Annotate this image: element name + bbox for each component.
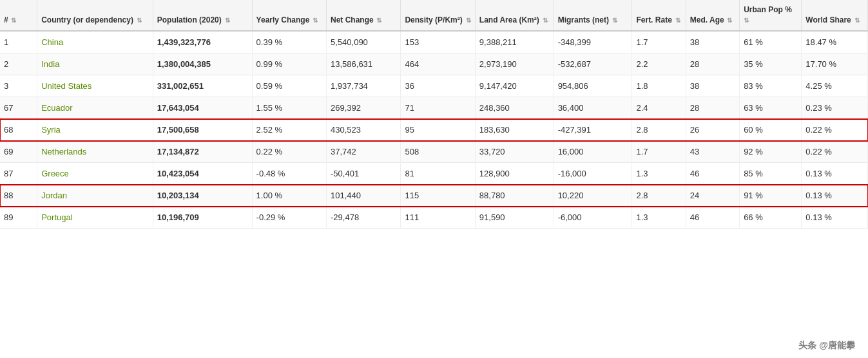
cell-country[interactable]: China bbox=[37, 31, 153, 53]
cell-rank: 2 bbox=[0, 53, 37, 75]
col-header-net_change[interactable]: Net Change ⇅ bbox=[327, 0, 401, 31]
col-label-land_area: Land Area (Km²) bbox=[479, 15, 539, 24]
table-row: 88Jordan10,203,1341.00 %101,44011588,780… bbox=[0, 185, 868, 207]
sort-icon-urban_pop[interactable]: ⇅ bbox=[744, 17, 749, 24]
cell-migrants: -532,687 bbox=[554, 53, 632, 75]
sort-icon-population[interactable]: ⇅ bbox=[223, 17, 230, 24]
cell-fert_rate: 1.3 bbox=[632, 207, 686, 229]
col-header-med_age[interactable]: Med. Age ⇅ bbox=[686, 0, 739, 31]
sort-icon-country[interactable]: ⇅ bbox=[135, 17, 142, 24]
cell-fert_rate: 1.3 bbox=[632, 163, 686, 185]
col-header-migrants[interactable]: Migrants (net) ⇅ bbox=[554, 0, 632, 31]
cell-med_age: 24 bbox=[686, 185, 739, 207]
cell-world_share: 0.22 % bbox=[802, 141, 868, 163]
cell-yearly_change: 0.99 % bbox=[252, 53, 326, 75]
country-link[interactable]: Jordan bbox=[41, 191, 67, 200]
cell-migrants: -348,399 bbox=[554, 31, 632, 53]
cell-world_share: 0.22 % bbox=[802, 119, 868, 141]
cell-population: 1,439,323,776 bbox=[153, 31, 252, 53]
cell-net_change: -29,478 bbox=[327, 207, 401, 229]
cell-yearly_change: -0.29 % bbox=[252, 207, 326, 229]
cell-population: 17,643,054 bbox=[153, 97, 252, 119]
cell-country[interactable]: Ecuador bbox=[37, 97, 153, 119]
cell-land_area: 33,720 bbox=[475, 141, 554, 163]
cell-urban_pop: 66 % bbox=[740, 207, 802, 229]
col-header-rank[interactable]: # ⇅ bbox=[0, 0, 37, 31]
cell-net_change: -50,401 bbox=[327, 163, 401, 185]
cell-yearly_change: 0.22 % bbox=[252, 141, 326, 163]
country-link[interactable]: China bbox=[41, 37, 63, 47]
cell-world_share: 18.47 % bbox=[802, 31, 868, 53]
table-row: 2India1,380,004,3850.99 %13,586,6314642,… bbox=[0, 53, 868, 75]
col-header-land_area[interactable]: Land Area (Km²) ⇅ bbox=[475, 0, 554, 31]
sort-icon-land_area[interactable]: ⇅ bbox=[541, 17, 548, 24]
country-link[interactable]: United States bbox=[41, 81, 92, 91]
cell-net_change: 37,742 bbox=[327, 141, 401, 163]
col-header-country[interactable]: Country (or dependency) ⇅ bbox=[37, 0, 153, 31]
cell-population: 10,423,054 bbox=[153, 163, 252, 185]
col-label-migrants: Migrants (net) bbox=[558, 15, 609, 24]
cell-world_share: 0.23 % bbox=[802, 97, 868, 119]
sort-icon-world_share[interactable]: ⇅ bbox=[853, 17, 860, 24]
col-label-population: Population (2020) bbox=[157, 15, 222, 24]
col-label-urban_pop: Urban Pop % bbox=[744, 5, 792, 14]
table-row: 1China1,439,323,7760.39 %5,540,0901539,3… bbox=[0, 31, 868, 53]
col-label-net_change: Net Change bbox=[331, 15, 374, 24]
cell-land_area: 128,900 bbox=[475, 163, 554, 185]
sort-icon-net_change[interactable]: ⇅ bbox=[375, 17, 382, 24]
cell-net_change: 430,523 bbox=[327, 119, 401, 141]
cell-density: 36 bbox=[401, 75, 475, 97]
country-link[interactable]: Netherlands bbox=[41, 147, 86, 156]
cell-country[interactable]: Portugal bbox=[37, 207, 153, 229]
col-header-fert_rate[interactable]: Fert. Rate ⇅ bbox=[632, 0, 686, 31]
cell-country[interactable]: Jordan bbox=[37, 185, 153, 207]
cell-med_age: 46 bbox=[686, 163, 739, 185]
cell-fert_rate: 1.7 bbox=[632, 31, 686, 53]
cell-population: 10,196,709 bbox=[153, 207, 252, 229]
table-row: 67Ecuador17,643,0541.55 %269,39271248,36… bbox=[0, 97, 868, 119]
cell-med_age: 38 bbox=[686, 75, 739, 97]
sort-icon-fert_rate[interactable]: ⇅ bbox=[673, 17, 680, 24]
col-header-world_share[interactable]: World Share ⇅ bbox=[802, 0, 868, 31]
sort-icon-yearly_change[interactable]: ⇅ bbox=[311, 17, 318, 24]
cell-yearly_change: -0.48 % bbox=[252, 163, 326, 185]
cell-land_area: 9,388,211 bbox=[475, 31, 554, 53]
cell-population: 1,380,004,385 bbox=[153, 53, 252, 75]
country-link[interactable]: India bbox=[41, 59, 59, 69]
cell-land_area: 248,360 bbox=[475, 97, 554, 119]
sort-icon-rank[interactable]: ⇅ bbox=[10, 17, 17, 24]
cell-med_age: 26 bbox=[686, 119, 739, 141]
cell-country[interactable]: Netherlands bbox=[37, 141, 153, 163]
sort-icon-migrants[interactable]: ⇅ bbox=[610, 17, 617, 24]
col-header-urban_pop[interactable]: Urban Pop % ⇅ bbox=[740, 0, 802, 31]
cell-fert_rate: 2.8 bbox=[632, 185, 686, 207]
country-link[interactable]: Syria bbox=[41, 125, 61, 135]
sort-icon-med_age[interactable]: ⇅ bbox=[726, 17, 733, 24]
country-link[interactable]: Greece bbox=[41, 169, 69, 178]
cell-density: 508 bbox=[401, 141, 475, 163]
country-link[interactable]: Ecuador bbox=[41, 103, 72, 113]
col-header-yearly_change[interactable]: Yearly Change ⇅ bbox=[252, 0, 326, 31]
cell-density: 115 bbox=[401, 185, 475, 207]
cell-fert_rate: 1.7 bbox=[632, 141, 686, 163]
col-label-country: Country (or dependency) bbox=[41, 15, 133, 24]
cell-world_share: 4.25 % bbox=[802, 75, 868, 97]
col-header-population[interactable]: Population (2020) ⇅ bbox=[153, 0, 252, 31]
cell-country[interactable]: United States bbox=[37, 75, 153, 97]
table-row: 3United States331,002,6510.59 %1,937,734… bbox=[0, 75, 868, 97]
table-row: 69Netherlands17,134,8720.22 %37,74250833… bbox=[0, 141, 868, 163]
col-header-density[interactable]: Density (P/Km²) ⇅ bbox=[401, 0, 475, 31]
cell-country[interactable]: Syria bbox=[37, 119, 153, 141]
cell-country[interactable]: India bbox=[37, 53, 153, 75]
cell-net_change: 269,392 bbox=[327, 97, 401, 119]
cell-land_area: 91,590 bbox=[475, 207, 554, 229]
cell-net_change: 101,440 bbox=[327, 185, 401, 207]
cell-population: 17,500,658 bbox=[153, 119, 252, 141]
cell-yearly_change: 1.55 % bbox=[252, 97, 326, 119]
col-label-yearly_change: Yearly Change bbox=[256, 15, 310, 24]
country-link[interactable]: Portugal bbox=[41, 212, 72, 222]
cell-med_age: 28 bbox=[686, 97, 739, 119]
sort-icon-density[interactable]: ⇅ bbox=[464, 17, 471, 24]
cell-country[interactable]: Greece bbox=[37, 163, 153, 185]
cell-fert_rate: 2.4 bbox=[632, 97, 686, 119]
